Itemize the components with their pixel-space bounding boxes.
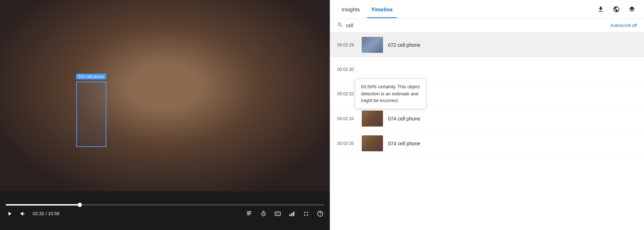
timeline-item[interactable]: 00:02:30 63.50% certainty. This object d…	[330, 57, 644, 82]
timestamp: 00:02:32	[337, 91, 357, 96]
tab-insights[interactable]: Insights	[337, 1, 364, 18]
svg-rect-7	[292, 213, 293, 216]
thumbnail	[362, 111, 383, 127]
timeline-list: 00:02:29 072 cell phone 00:02:30 63.50% …	[330, 33, 644, 230]
tooltip-popup: 63.50% certainty. This object detection …	[355, 79, 426, 109]
search-input[interactable]	[346, 23, 607, 28]
insights-button[interactable]	[288, 210, 296, 218]
timer-button[interactable]	[260, 210, 267, 218]
progress-thumb	[78, 203, 82, 207]
globe-button[interactable]	[611, 4, 621, 14]
help-button[interactable]	[316, 210, 324, 218]
layers-button[interactable]	[627, 4, 637, 14]
svg-rect-2	[247, 213, 251, 214]
timestamp: 00:02:30	[337, 67, 357, 72]
transcript-button[interactable]	[245, 210, 253, 218]
progress-bar[interactable]	[6, 204, 324, 206]
thumb-phone-img	[362, 37, 383, 53]
download-button[interactable]	[596, 4, 606, 14]
timestamp: 00:02:34	[337, 116, 357, 121]
search-icon	[337, 22, 343, 29]
controls-row: 02:32 / 10:56	[6, 210, 324, 218]
controls-left: 02:32 / 10:56	[6, 210, 60, 218]
captions-button[interactable]	[274, 210, 282, 218]
item-label: 072 cell phone	[388, 42, 420, 48]
play-button[interactable]	[6, 210, 13, 218]
detection-box: 072 cell phone	[76, 82, 106, 147]
video-frame: 072 cell phone	[0, 0, 330, 191]
item-label: 074 cell phone	[388, 116, 420, 122]
thumb-hand-img	[362, 111, 383, 127]
thumbnail	[362, 37, 383, 53]
progress-fill	[6, 204, 80, 206]
timestamp: 00:02:35	[337, 141, 357, 146]
time-display: 02:32 / 10:56	[33, 211, 60, 216]
video-controls: 02:32 / 10:56	[0, 191, 330, 230]
timeline-item[interactable]: 00:02:29 072 cell phone	[330, 33, 644, 57]
svg-rect-8	[293, 212, 294, 216]
timeline-item[interactable]: 00:02:34 074 cell phone	[330, 106, 644, 131]
svg-rect-0	[247, 211, 252, 212]
svg-point-10	[320, 215, 321, 215]
item-label: 074 cell phone	[388, 141, 420, 146]
fullscreen-button[interactable]	[302, 210, 310, 218]
timeline-item[interactable]: 00:02:35 074 cell phone	[330, 131, 644, 156]
svg-rect-3	[247, 214, 250, 215]
timestamp: 00:02:29	[337, 43, 357, 47]
tab-timeline[interactable]: Timeline	[367, 1, 397, 18]
thumb-hand-img	[362, 135, 383, 151]
tab-bar: Insights Timeline	[330, 0, 644, 18]
svg-rect-1	[247, 212, 251, 213]
video-panel: 072 cell phone 02:32 / 10:56	[0, 0, 330, 230]
autoscroll-button[interactable]: Autoscroll off	[610, 23, 637, 28]
volume-button[interactable]	[19, 210, 27, 218]
thumbnail	[362, 135, 383, 151]
controls-right	[245, 210, 324, 218]
video-person-overlay	[0, 0, 330, 191]
tab-actions	[596, 4, 637, 14]
sidebar-panel: Insights Timeline Autoscroll off 00:02:2…	[330, 0, 644, 230]
search-bar: Autoscroll off	[330, 18, 644, 33]
svg-rect-6	[289, 214, 290, 216]
detection-label: 072 cell phone	[76, 74, 106, 79]
svg-rect-5	[275, 212, 281, 215]
